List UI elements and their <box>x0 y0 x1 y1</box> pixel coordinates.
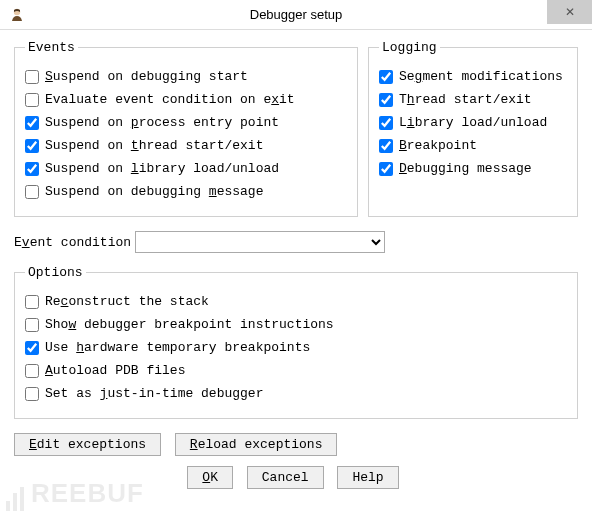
events-checkbox-0[interactable] <box>25 70 39 84</box>
events-legend: Events <box>25 40 78 55</box>
logging-group: Logging Segment modificationsThread star… <box>368 40 578 217</box>
options-label-4: Set as just-in-time debugger <box>45 385 263 403</box>
window-title: Debugger setup <box>250 7 343 22</box>
events-checkbox-2[interactable] <box>25 116 39 130</box>
logging-label-3: Breakpoint <box>399 137 477 155</box>
options-checkbox-0[interactable] <box>25 295 39 309</box>
options-label-2: Use hardware temporary breakpoints <box>45 339 310 357</box>
options-legend: Options <box>25 265 86 280</box>
events-checkbox-1[interactable] <box>25 93 39 107</box>
event-condition-label: Event condition <box>14 235 131 250</box>
options-label-1: Show debugger breakpoint instructions <box>45 316 334 334</box>
options-label-3: Autoload PDB files <box>45 362 185 380</box>
close-button[interactable]: ✕ <box>547 0 592 24</box>
reload-exceptions-button[interactable]: Reload exceptions <box>175 433 338 456</box>
events-label-4: Suspend on library load/unload <box>45 160 279 178</box>
logging-checkbox-4[interactable] <box>379 162 393 176</box>
events-label-5: Suspend on debugging message <box>45 183 263 201</box>
events-group: Events Suspend on debugging startEvaluat… <box>14 40 358 217</box>
events-label-0: Suspend on debugging start <box>45 68 248 86</box>
logging-checkbox-1[interactable] <box>379 93 393 107</box>
logging-label-1: Thread start/exit <box>399 91 532 109</box>
options-checkbox-3[interactable] <box>25 364 39 378</box>
options-checkbox-2[interactable] <box>25 341 39 355</box>
app-icon <box>8 6 26 24</box>
title-bar: Debugger setup ✕ <box>0 0 592 30</box>
logging-legend: Logging <box>379 40 440 55</box>
logging-checkbox-3[interactable] <box>379 139 393 153</box>
events-label-3: Suspend on thread start/exit <box>45 137 263 155</box>
options-group: Options Reconstruct the stackShow debugg… <box>14 265 578 419</box>
options-checkbox-4[interactable] <box>25 387 39 401</box>
events-label-2: Suspend on process entry point <box>45 114 279 132</box>
logging-label-4: Debugging message <box>399 160 532 178</box>
logging-checkbox-2[interactable] <box>379 116 393 130</box>
events-checkbox-5[interactable] <box>25 185 39 199</box>
close-icon: ✕ <box>565 5 575 19</box>
options-checkbox-1[interactable] <box>25 318 39 332</box>
ok-button[interactable]: OK <box>187 466 233 489</box>
edit-exceptions-button[interactable]: Edit exceptions <box>14 433 161 456</box>
logging-label-2: Library load/unload <box>399 114 547 132</box>
logging-label-0: Segment modifications <box>399 68 563 86</box>
events-checkbox-3[interactable] <box>25 139 39 153</box>
cancel-button[interactable]: Cancel <box>247 466 324 489</box>
options-label-0: Reconstruct the stack <box>45 293 209 311</box>
event-condition-dropdown[interactable] <box>135 231 385 253</box>
logging-checkbox-0[interactable] <box>379 70 393 84</box>
events-checkbox-4[interactable] <box>25 162 39 176</box>
help-button[interactable]: Help <box>337 466 398 489</box>
events-label-1: Evaluate event condition on exit <box>45 91 295 109</box>
